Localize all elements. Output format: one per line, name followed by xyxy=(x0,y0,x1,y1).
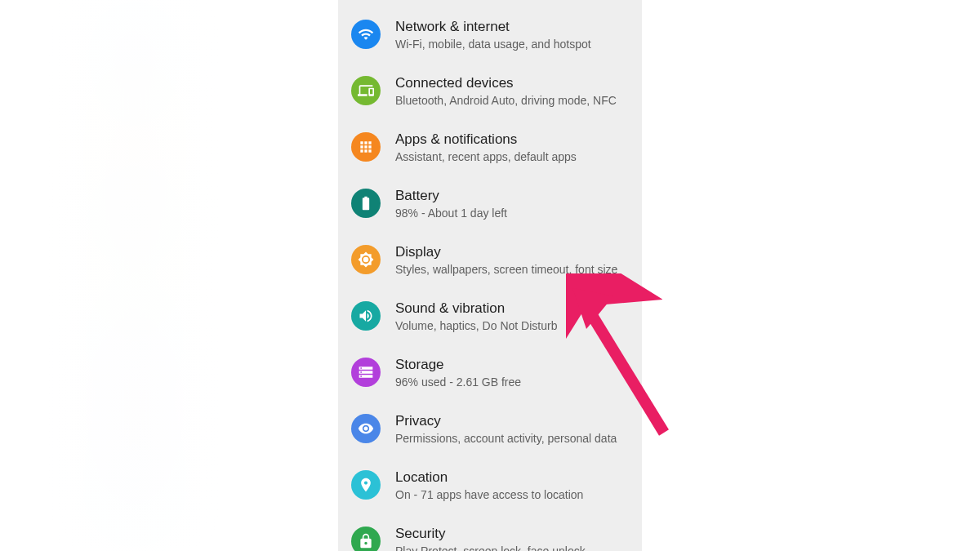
item-title: Sound & vibration xyxy=(395,300,630,318)
storage-icon xyxy=(351,358,381,387)
item-title: Network & internet xyxy=(395,18,630,36)
settings-item-apps-notifications[interactable]: Apps & notifications Assistant, recent a… xyxy=(338,119,642,176)
apps-icon xyxy=(351,132,381,162)
settings-panel: Network & internet Wi-Fi, mobile, data u… xyxy=(338,0,642,551)
item-text: Storage 96% used - 2.61 GB free xyxy=(395,356,630,389)
settings-item-privacy[interactable]: Privacy Permissions, account activity, p… xyxy=(338,401,642,457)
item-title: Storage xyxy=(395,356,630,374)
item-subtitle: Wi-Fi, mobile, data usage, and hotspot xyxy=(395,37,630,51)
item-text: Network & internet Wi-Fi, mobile, data u… xyxy=(395,18,630,51)
settings-item-display[interactable]: Display Styles, wallpapers, screen timeo… xyxy=(338,232,642,288)
item-subtitle: On - 71 apps have access to location xyxy=(395,487,630,502)
settings-item-connected-devices[interactable]: Connected devices Bluetooth, Android Aut… xyxy=(338,63,642,119)
item-title: Location xyxy=(395,469,630,487)
wifi-icon xyxy=(351,20,381,49)
item-subtitle: Styles, wallpapers, screen timeout, font… xyxy=(395,262,630,277)
svg-point-0 xyxy=(363,257,369,263)
item-text: Security Play Protect, screen lock, face… xyxy=(395,525,630,551)
display-icon xyxy=(351,245,381,274)
settings-item-location[interactable]: Location On - 71 apps have access to loc… xyxy=(338,457,642,513)
privacy-icon xyxy=(351,414,381,443)
item-subtitle: Play Protect, screen lock, face unlock xyxy=(395,544,630,551)
battery-icon xyxy=(351,189,381,218)
item-text: Sound & vibration Volume, haptics, Do No… xyxy=(395,300,630,333)
item-title: Connected devices xyxy=(395,74,630,92)
settings-item-security[interactable]: Security Play Protect, screen lock, face… xyxy=(338,513,642,551)
settings-item-sound-vibration[interactable]: Sound & vibration Volume, haptics, Do No… xyxy=(338,288,642,344)
item-text: Battery 98% - About 1 day left xyxy=(395,187,630,220)
item-title: Display xyxy=(395,243,630,261)
devices-icon xyxy=(351,76,381,105)
location-icon xyxy=(351,470,381,500)
item-title: Battery xyxy=(395,187,630,205)
item-subtitle: Volume, haptics, Do Not Disturb xyxy=(395,318,630,333)
settings-item-battery[interactable]: Battery 98% - About 1 day left xyxy=(338,176,642,232)
item-text: Apps & notifications Assistant, recent a… xyxy=(395,131,630,164)
settings-item-network-internet[interactable]: Network & internet Wi-Fi, mobile, data u… xyxy=(338,0,642,63)
item-text: Display Styles, wallpapers, screen timeo… xyxy=(395,243,630,277)
item-title: Apps & notifications xyxy=(395,131,630,149)
item-text: Connected devices Bluetooth, Android Aut… xyxy=(395,74,630,108)
item-subtitle: Bluetooth, Android Auto, driving mode, N… xyxy=(395,93,630,108)
item-subtitle: 96% used - 2.61 GB free xyxy=(395,375,630,389)
security-icon xyxy=(351,527,381,551)
item-subtitle: 98% - About 1 day left xyxy=(395,206,630,220)
item-subtitle: Assistant, recent apps, default apps xyxy=(395,149,630,164)
item-title: Privacy xyxy=(395,412,630,430)
settings-item-storage[interactable]: Storage 96% used - 2.61 GB free xyxy=(338,344,642,401)
item-text: Privacy Permissions, account activity, p… xyxy=(395,412,630,446)
item-text: Location On - 71 apps have access to loc… xyxy=(395,469,630,502)
sound-icon xyxy=(351,301,381,331)
item-subtitle: Permissions, account activity, personal … xyxy=(395,431,630,446)
item-title: Security xyxy=(395,525,630,543)
